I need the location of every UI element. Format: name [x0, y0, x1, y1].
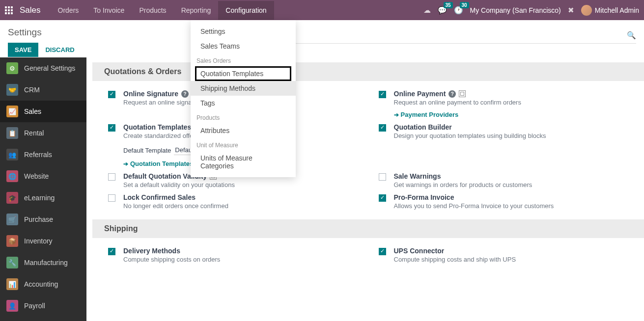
dm-uom-categories[interactable]: Units of Measure Categories [191, 151, 296, 173]
user-name: Mitchell Admin [595, 6, 639, 14]
user-menu[interactable]: Mitchell Admin [581, 5, 639, 16]
dm-head-products: Products [191, 110, 296, 123]
setting-title: Quotation Builder [394, 123, 630, 131]
setting-title: Sale Warnings [394, 172, 630, 180]
company-switcher[interactable]: My Company (San Francisco) [470, 6, 561, 14]
help-icon[interactable]: ? [181, 90, 189, 98]
setting-desc: Compute shipping costs and ship with UPS [394, 256, 630, 263]
page-title: Settings [8, 27, 42, 38]
checkbox[interactable] [108, 248, 115, 255]
apps-icon[interactable] [5, 6, 13, 14]
discard-button[interactable]: DISCARD [38, 43, 81, 57]
activities-icon[interactable]: 🕐30 [454, 6, 463, 15]
sidebar-item-label: Payroll [24, 302, 45, 310]
save-button[interactable]: SAVE [8, 43, 38, 57]
messages-icon[interactable]: 💬35 [438, 6, 447, 15]
checkbox[interactable] [108, 173, 115, 181]
setting-title: Lock Confirmed Sales [123, 193, 359, 201]
sidebar-icon: 🎓 [6, 192, 18, 204]
sidebar-item-inventory[interactable]: 📦Inventory [0, 230, 86, 252]
sidebar-item-label: Sales [24, 107, 41, 115]
sidebar-item-payroll[interactable]: 👤Payroll [0, 295, 86, 317]
setting-delivery-methods: Delivery MethodsCompute shipping costs o… [108, 247, 359, 263]
sidebar-icon: 🛒 [6, 214, 18, 225]
setting-lock-confirmed-sales: Lock Confirmed SalesNo longer edit order… [108, 193, 359, 210]
dm-head-sales-orders: Sales Orders [191, 54, 296, 66]
sidebar-icon: 📦 [6, 235, 18, 247]
checkbox[interactable] [108, 194, 115, 202]
sidebar-item-crm[interactable]: 🤝CRM [0, 79, 86, 101]
checkbox[interactable] [379, 248, 386, 255]
support-icon[interactable]: ☁ [423, 6, 431, 15]
sidebar-item-referrals[interactable]: 👥Referrals [0, 144, 86, 165]
dm-quotation-templates[interactable]: Quotation Templates [195, 66, 291, 81]
sidebar-item-website[interactable]: 🌐Website [0, 165, 86, 187]
setting-title: Pro-Forma Invoice [394, 193, 630, 201]
setting-link[interactable]: ➔ Payment Providers [394, 111, 630, 118]
setting-title: Delivery Methods [123, 247, 359, 255]
activities-badge: 30 [460, 2, 469, 8]
sidebar-icon: 👥 [6, 149, 18, 160]
search-icon[interactable]: 🔍 [627, 31, 636, 40]
sidebar-item-elearning[interactable]: 🎓eLearning [0, 187, 86, 209]
sidebar-item-label: General Settings [24, 64, 75, 72]
nav-products[interactable]: Products [132, 1, 173, 20]
dm-settings[interactable]: Settings [191, 24, 296, 39]
topbar: Sales Orders To Invoice Products Reporti… [0, 0, 644, 20]
sidebar-icon: ⚙ [6, 62, 18, 74]
checkbox[interactable] [379, 194, 386, 202]
top-nav: Orders To Invoice Products Reporting Con… [51, 1, 274, 20]
nav-orders[interactable]: Orders [51, 1, 86, 20]
setting-desc: Set a default validity on your quotation… [123, 181, 359, 188]
setting-desc: Get warnings in orders for products or c… [394, 181, 630, 188]
nav-configuration[interactable]: Configuration [218, 1, 274, 20]
checkbox[interactable] [379, 173, 386, 181]
main-content: Quotations & Orders Online Signature ?Re… [86, 57, 644, 321]
sidebar-icon: 🌐 [6, 170, 18, 182]
sidebar-item-accounting[interactable]: 📊Accounting [0, 273, 86, 295]
setting-desc: Compute shipping costs on orders [123, 256, 359, 263]
dm-head-uom: Unit of Measure [191, 138, 296, 151]
sidebar-item-manufacturing[interactable]: 🔧Manufacturing [0, 252, 86, 273]
setting-desc: No longer edit orders once confirmed [123, 202, 359, 210]
debug-icon[interactable]: ✖ [568, 6, 574, 15]
setting-quotation-builder: Quotation BuilderDesign your quotation t… [379, 123, 630, 167]
dm-shipping-methods[interactable]: Shipping Methods [191, 81, 296, 96]
app-brand[interactable]: Sales [20, 5, 41, 15]
sidebar-item-rental[interactable]: 📋Rental [0, 122, 86, 144]
checkbox[interactable] [108, 91, 115, 98]
sidebar-item-label: Manufacturing [24, 259, 68, 267]
setting-desc: Request an online payment to confirm ord… [394, 99, 630, 106]
sidebar-item-label: CRM [24, 86, 40, 94]
sidebar-item-purchase[interactable]: 🛒Purchase [0, 209, 86, 230]
sidebar-icon: 🔧 [6, 257, 18, 268]
sidebar-item-label: Rental [24, 129, 44, 137]
setting-desc: Design your quotation templates using bu… [394, 132, 630, 139]
sidebar-icon: 🤝 [6, 84, 18, 96]
setting-ups-connector: UPS ConnectorCompute shipping costs and … [379, 247, 630, 263]
dm-tags[interactable]: Tags [191, 96, 296, 110]
sidebar: ⚙General Settings🤝CRM📈Sales📋Rental👥Refer… [0, 57, 86, 321]
dm-sales-teams[interactable]: Sales Teams [191, 39, 296, 54]
arrow-icon: ➔ [123, 160, 128, 167]
sidebar-item-sales[interactable]: 📈Sales [0, 101, 86, 122]
avatar [581, 5, 592, 16]
sidebar-item-general-settings[interactable]: ⚙General Settings [0, 57, 86, 79]
dm-attributes[interactable]: Attributes [191, 123, 296, 138]
help-icon[interactable]: ? [448, 90, 456, 98]
setting-online-payment: Online Payment ? Request an online payme… [379, 90, 630, 118]
nav-to-invoice[interactable]: To Invoice [86, 1, 132, 20]
section-shipping: Shipping [92, 219, 644, 238]
checkbox[interactable] [108, 124, 115, 132]
setting-sale-warnings: Sale WarningsGet warnings in orders for … [379, 172, 630, 188]
sidebar-item-label: Accounting [24, 280, 58, 288]
configuration-dropdown: Settings Sales Teams Sales Orders Quotat… [191, 20, 296, 177]
checkbox[interactable] [379, 91, 386, 98]
sidebar-icon: 📋 [6, 127, 18, 139]
template-label: Default Template [123, 147, 171, 154]
checkbox[interactable] [379, 124, 386, 132]
nav-reporting[interactable]: Reporting [174, 1, 219, 20]
arrow-icon: ➔ [394, 111, 399, 118]
sidebar-icon: 📈 [6, 106, 18, 117]
sidebar-item-project[interactable]: ✔Project [0, 317, 86, 321]
